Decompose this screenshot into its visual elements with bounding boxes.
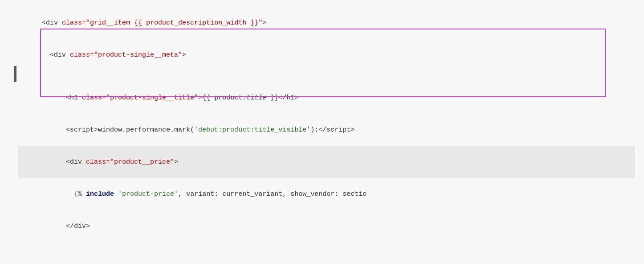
code-token: [266, 94, 270, 102]
code-token: <: [42, 94, 70, 102]
code-line: [18, 71, 635, 82]
code-token: "product-single__title": [106, 94, 198, 102]
code-token: </div>: [42, 223, 90, 230]
code-token: {{: [202, 94, 210, 102]
code-token: class=: [62, 19, 86, 27]
code-token: "product__price": [110, 158, 174, 166]
code-editor: <div class="grid__item {{ product_descri…: [0, 0, 644, 264]
code-token: </h1>: [278, 94, 298, 102]
code-token: product.: [210, 94, 246, 102]
code-token: >: [262, 19, 266, 27]
code-token: script: [70, 126, 94, 134]
code-line: {% include 'product-price', variant: cur…: [18, 178, 635, 210]
code-token: >: [198, 94, 202, 102]
code-token: "grid__item {{ product_description_width…: [86, 19, 262, 27]
code-token: class=: [82, 94, 106, 102]
code-token: >: [182, 51, 186, 59]
code-line: <div class="product-single__meta">: [18, 39, 635, 71]
code-token: title: [246, 94, 266, 102]
code-token: 'product-price': [118, 190, 178, 198]
code-token: class=: [70, 51, 94, 59]
line-marker: [14, 66, 16, 82]
code-token: <: [42, 51, 54, 59]
code-block: <div class="grid__item {{ product_descri…: [18, 7, 635, 264]
code-token: 'debut:product:title_visible': [194, 126, 310, 134]
code-token: , variant: current_variant, show_vendor:: [178, 190, 342, 198]
code-line: <div class="grid__item {{ product_descri…: [18, 7, 635, 39]
code-token: >: [174, 158, 178, 166]
code-token: [42, 190, 74, 198]
code-line: <h1 class="product-single__title">{{ pro…: [18, 82, 635, 114]
code-token: include: [86, 190, 114, 198]
code-token: h1: [70, 94, 78, 102]
code-token: );</script>: [310, 126, 355, 134]
code-token: sectio: [342, 190, 367, 198]
code-token: <: [42, 126, 70, 134]
code-line: </div>: [18, 210, 635, 243]
code-token: <: [42, 158, 70, 166]
code-token: "product-single__meta": [94, 51, 182, 59]
code-token: >: [94, 126, 98, 134]
code-token: [114, 190, 118, 198]
code-token: <: [42, 19, 46, 27]
code-line: [18, 253, 635, 264]
code-token: div: [46, 19, 58, 27]
code-line: <div class="product__price">: [18, 146, 635, 178]
code-token: div: [70, 158, 82, 166]
code-line: [18, 243, 635, 253]
code-token: class=: [86, 158, 110, 166]
code-token: div: [54, 51, 66, 59]
code-token: window.performance.mark(: [98, 126, 194, 134]
code-token: {%: [74, 190, 82, 198]
code-line: <script>window.performance.mark('debut:p…: [18, 114, 635, 146]
code-token: }}: [270, 94, 278, 102]
